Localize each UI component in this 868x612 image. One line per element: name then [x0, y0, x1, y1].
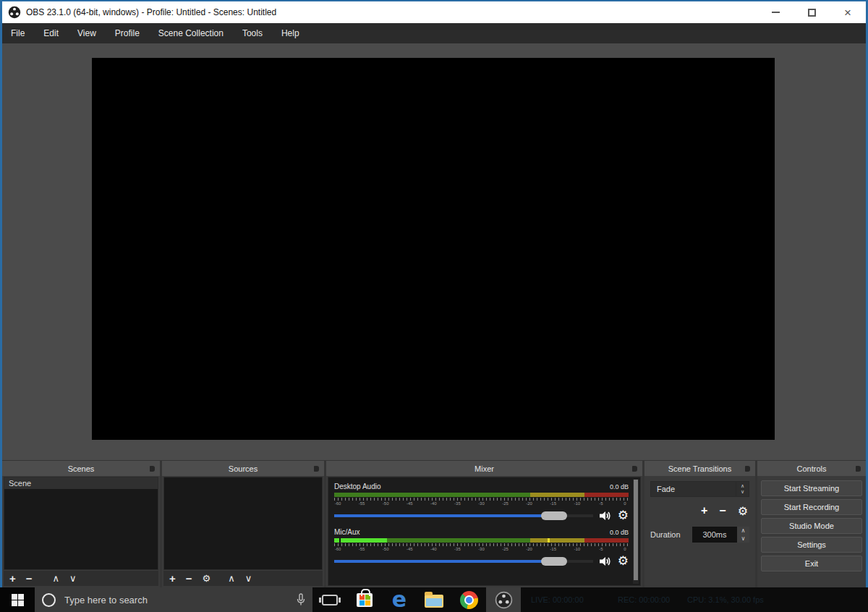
edge-icon: e: [392, 589, 407, 611]
minimize-icon: [772, 12, 780, 13]
dock-pin-icon[interactable]: [150, 466, 155, 472]
mixer-header[interactable]: Mixer: [326, 461, 642, 476]
mic-aux-volume-slider[interactable]: [334, 556, 593, 566]
scene-transitions-title: Scene Transitions: [668, 464, 731, 473]
preview-canvas[interactable]: [92, 58, 775, 440]
speaker-icon[interactable]: [600, 511, 611, 521]
desktop-audio-label: Desktop Audio: [334, 483, 381, 490]
controls-dock: Controls Start Streaming Start Recording…: [757, 461, 866, 587]
duration-spinbox[interactable]: 300ms ∧ ∨: [692, 527, 749, 543]
scene-list-item[interactable]: Scene: [4, 477, 158, 489]
scenes-header[interactable]: Scenes: [2, 461, 160, 476]
taskbar-search[interactable]: [35, 587, 312, 612]
slider-handle[interactable]: [541, 557, 567, 566]
windows-taskbar: e LIVE: 00:00:00 REC: 00:00:00 CPU: 3.1%…: [0, 587, 868, 612]
combo-spinner-icon[interactable]: ∧∨: [736, 482, 749, 496]
scene-transitions-dock: Scene Transitions Fade ∧∨ + − ⚙ Duration: [644, 461, 755, 587]
scene-up-button[interactable]: ∧: [53, 573, 60, 584]
file-explorer-icon: [425, 595, 443, 608]
sources-title: Sources: [229, 464, 258, 473]
source-properties-gear-icon[interactable]: ⚙: [203, 573, 211, 584]
meter-ruler: [334, 498, 629, 501]
title-bar[interactable]: OBS 23.1.0 (64-bit, windows) - Profile: …: [2, 1, 866, 23]
exit-button[interactable]: Exit: [761, 556, 862, 571]
remove-source-button[interactable]: −: [186, 572, 192, 585]
chrome-button[interactable]: [451, 587, 486, 612]
preview-area: [2, 43, 866, 460]
sources-list[interactable]: [163, 477, 323, 570]
mixer-scrollbar[interactable]: [633, 479, 639, 584]
source-up-button[interactable]: ∧: [228, 573, 235, 584]
transition-properties-gear-icon[interactable]: ⚙: [738, 504, 748, 518]
speaker-icon[interactable]: [600, 556, 611, 566]
mic-aux-channel: Mic/Aux 0.0 dB -60-55-50-45-40-35-30-25-…: [334, 528, 629, 567]
duration-label: Duration: [650, 530, 681, 539]
menu-view[interactable]: View: [77, 28, 96, 38]
transition-select[interactable]: Fade ∧∨: [650, 481, 749, 497]
source-down-button[interactable]: ∨: [245, 573, 252, 584]
menu-help[interactable]: Help: [281, 28, 299, 38]
mixer-body: Desktop Audio 0.0 dB -60-55-50-45-40-35-…: [328, 477, 641, 586]
controls-header[interactable]: Controls: [757, 461, 866, 476]
dock-pin-icon[interactable]: [632, 466, 637, 472]
desktop-audio-channel: Desktop Audio 0.0 dB -60-55-50-45-40-35-…: [334, 483, 629, 522]
menu-file[interactable]: File: [11, 28, 25, 38]
sources-dock: Sources + − ⚙ ∧ ∨: [162, 461, 324, 587]
meter-ruler: [334, 543, 629, 546]
menu-tools[interactable]: Tools: [242, 28, 263, 38]
obs-status-readout: LIVE: 00:00:00 REC: 00:00:00 CPU: 3.1%, …: [521, 587, 868, 612]
desktop-audio-volume-slider[interactable]: [334, 511, 593, 521]
scene-transitions-body: Fade ∧∨ + − ⚙ Duration 300ms ∧: [644, 476, 755, 543]
desktop-audio-gear-icon[interactable]: ⚙: [618, 509, 629, 522]
search-input[interactable]: [64, 595, 297, 605]
menu-bar: File Edit View Profile Scene Collection …: [2, 23, 866, 43]
mic-aux-meter: [334, 538, 629, 543]
add-source-button[interactable]: +: [169, 572, 176, 585]
add-scene-button[interactable]: +: [9, 572, 16, 585]
meter-tick-labels: -60-55-50-45-40-35-30-25-20-15-10-50: [334, 547, 629, 551]
settings-button[interactable]: Settings: [761, 537, 862, 553]
microsoft-store-button[interactable]: [347, 587, 382, 612]
menu-edit[interactable]: Edit: [43, 28, 59, 38]
scenes-dock: Scenes Scene + − ∧ ∨: [2, 461, 160, 587]
start-streaming-button[interactable]: Start Streaming: [761, 480, 862, 496]
slider-handle[interactable]: [541, 511, 567, 520]
studio-mode-button[interactable]: Studio Mode: [761, 518, 862, 534]
menu-profile[interactable]: Profile: [115, 28, 140, 38]
duration-down-button[interactable]: ∨: [737, 535, 749, 543]
start-button[interactable]: [0, 587, 35, 612]
task-view-icon: [322, 595, 338, 605]
remove-scene-button[interactable]: −: [26, 572, 33, 585]
meter-tick-labels: -60-55-50-45-40-35-30-25-20-15-10-50: [334, 501, 629, 506]
obs-logo-icon: [8, 6, 21, 19]
edge-button[interactable]: e: [382, 587, 417, 612]
minimize-button[interactable]: [757, 1, 793, 23]
close-button[interactable]: ×: [830, 1, 866, 23]
obs-taskbar-button[interactable]: [486, 587, 521, 612]
maximize-button[interactable]: [793, 1, 830, 23]
scene-transitions-header[interactable]: Scene Transitions: [644, 461, 755, 476]
close-icon: ×: [844, 7, 851, 19]
menu-scene-collection[interactable]: Scene Collection: [158, 28, 224, 38]
microphone-icon[interactable]: [297, 593, 305, 606]
dock-pin-icon[interactable]: [856, 466, 861, 472]
dock-pin-icon[interactable]: [745, 466, 750, 472]
rec-time-status: REC: 00:00:00: [618, 595, 670, 604]
maximize-icon: [808, 9, 816, 17]
file-explorer-button[interactable]: [417, 587, 451, 612]
duration-up-button[interactable]: ∧: [737, 527, 749, 535]
cpu-fps-status: CPU: 3.1%, 30.00 fps: [687, 595, 764, 604]
start-recording-button[interactable]: Start Recording: [761, 499, 862, 515]
desktop-audio-db: 0.0 dB: [610, 483, 629, 490]
task-view-button[interactable]: [312, 587, 347, 612]
scene-down-button[interactable]: ∨: [69, 573, 77, 584]
sources-header[interactable]: Sources: [162, 461, 324, 476]
mic-aux-gear-icon[interactable]: ⚙: [618, 555, 629, 567]
remove-transition-button[interactable]: −: [719, 504, 726, 518]
sources-toolbar: + − ⚙ ∧ ∨: [163, 571, 323, 586]
duration-value[interactable]: 300ms: [692, 527, 737, 543]
add-transition-button[interactable]: +: [701, 504, 707, 518]
dock-pin-icon[interactable]: [314, 466, 319, 472]
scenes-list[interactable]: Scene: [4, 477, 158, 570]
transition-selected-value: Fade: [651, 482, 736, 496]
